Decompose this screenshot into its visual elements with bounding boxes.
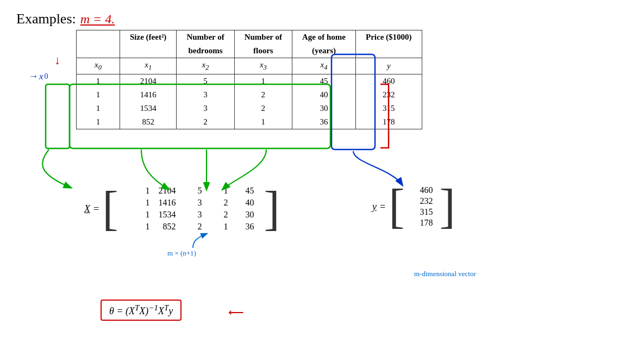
vec-right-bracket: ] xyxy=(439,183,455,230)
cell-r4c2: 852 xyxy=(120,115,177,129)
vector-y-section: y = [ 460 232 315 178 ] xyxy=(372,182,455,231)
mx-r3c3: 3 xyxy=(178,209,204,220)
formula-text: θ = (XTX)−1XTy xyxy=(109,306,173,316)
cell-r2c1: 1 xyxy=(77,88,120,102)
vy-r4: 178 xyxy=(411,218,433,228)
formula-arrow: ⟵ xyxy=(228,306,244,319)
m-equals-label: m = 4. xyxy=(80,12,115,27)
matrix-grid: 1 2104 5 1 45 1 1416 3 2 40 1 1534 3 2 3… xyxy=(121,182,260,235)
col-x2-header2: bedrooms xyxy=(177,44,234,58)
mx-r3c2: 1534 xyxy=(152,209,178,220)
table-header-row-bottom: bedrooms floors (years) xyxy=(77,44,422,58)
col-x4-header2: (years) xyxy=(292,44,356,58)
mx-r3c4: 2 xyxy=(204,209,230,220)
mx-r4c1: 1 xyxy=(126,221,152,232)
page-title: Examples: m = 4. xyxy=(16,11,628,27)
cell-r2c2: 1416 xyxy=(120,88,177,102)
mx-r1c4: 1 xyxy=(204,185,230,196)
col-x4-header: Age of home xyxy=(292,30,356,45)
mx-r2c2: 1416 xyxy=(152,197,178,208)
vector-y-grid: 460 232 315 178 xyxy=(408,182,436,231)
var-x0: x0 xyxy=(77,58,120,74)
table-row: 1 1534 3 2 30 315 xyxy=(77,102,422,115)
mx-r4c5: 36 xyxy=(230,221,256,232)
mx-r4c3: 2 xyxy=(178,221,204,232)
col-x3-header2: floors xyxy=(234,44,292,58)
var-x2: x2 xyxy=(177,58,234,74)
col-x0-header xyxy=(77,30,120,45)
mx-r3c5: 30 xyxy=(230,209,256,220)
annotation-mdim: m-dimensional vector xyxy=(414,270,476,278)
mx-r2c1: 1 xyxy=(126,197,152,208)
table-row: 1 852 2 1 36 178 xyxy=(77,115,422,129)
annotation-mxn: m × (n+1) xyxy=(167,249,196,258)
formula-box: θ = (XTX)−1XTy xyxy=(101,300,182,321)
var-y: y xyxy=(355,58,422,74)
vec-left-bracket: [ xyxy=(389,183,404,230)
cell-r1c6: 460 xyxy=(355,74,422,89)
data-table: Size (feet²) Number of Number of Age of … xyxy=(76,30,422,129)
mx-r4c2: 852 xyxy=(152,221,178,232)
mx-r2c5: 40 xyxy=(230,197,256,208)
matrix-left-bracket: [ xyxy=(102,185,118,233)
mx-r1c2: 2104 xyxy=(152,185,178,196)
page-container: Examples: m = 4. ↓ → x0 Size (feet²) Num… xyxy=(0,0,644,349)
col-x1-header2 xyxy=(120,44,177,58)
cell-r3c3: 3 xyxy=(177,102,234,115)
vy-r2: 232 xyxy=(411,196,433,206)
cell-r1c4: 1 xyxy=(234,74,292,89)
col-y-header2 xyxy=(355,44,422,58)
matrix-X-label: X xyxy=(84,203,90,215)
cell-r2c4: 2 xyxy=(234,88,292,102)
col-x2-header: Number of xyxy=(177,30,234,45)
mx-r1c5: 45 xyxy=(230,185,256,196)
table-header-row-top: Size (feet²) Number of Number of Age of … xyxy=(77,30,422,45)
cell-r1c5: 45 xyxy=(292,74,356,89)
col-y-header: Price ($1000) xyxy=(355,30,422,45)
table-var-row: x0 x1 x2 x3 x4 y xyxy=(77,58,422,74)
mx-r4c4: 1 xyxy=(204,221,230,232)
mx-r3c1: 1 xyxy=(126,209,152,220)
var-x4: x4 xyxy=(292,58,356,74)
matrix-X-section: X = [ 1 2104 5 1 45 1 1416 3 2 40 1 1534… xyxy=(84,182,280,235)
matrix-right-bracket: ] xyxy=(264,185,279,233)
cell-r4c6: 178 xyxy=(355,115,422,129)
cell-r4c1: 1 xyxy=(77,115,120,129)
col-x0-header2 xyxy=(77,44,120,58)
cell-r2c5: 40 xyxy=(292,88,356,102)
cell-r4c3: 2 xyxy=(177,115,234,129)
mx-r2c4: 2 xyxy=(204,197,230,208)
var-x1: x1 xyxy=(120,58,177,74)
cell-r1c1: 1 xyxy=(77,74,120,89)
col-x3-header: Number of xyxy=(234,30,292,45)
col-x1-header: Size (feet²) xyxy=(120,30,177,45)
examples-label: Examples: xyxy=(16,11,76,27)
cell-r3c1: 1 xyxy=(77,102,120,115)
cell-r4c5: 36 xyxy=(292,115,356,129)
cell-r3c5: 30 xyxy=(292,102,356,115)
cell-r3c4: 2 xyxy=(234,102,292,115)
equals-sign-y: = xyxy=(380,201,385,213)
vy-r1: 460 xyxy=(411,185,433,195)
cell-r1c2: 2104 xyxy=(120,74,177,89)
mx-r1c3: 5 xyxy=(178,185,204,196)
mx-r1c1: 1 xyxy=(126,185,152,196)
cell-r3c6: 315 xyxy=(355,102,422,115)
cell-r4c4: 1 xyxy=(234,115,292,129)
cell-r2c3: 3 xyxy=(177,88,234,102)
table-row: 1 1416 3 2 40 232 xyxy=(77,88,422,102)
cell-r2c6: 232 xyxy=(355,88,422,102)
equals-sign-X: = xyxy=(93,203,99,215)
var-x3: x3 xyxy=(234,58,292,74)
cell-r1c3: 5 xyxy=(177,74,234,89)
mx-r2c3: 3 xyxy=(178,197,204,208)
vy-r3: 315 xyxy=(411,207,433,217)
table-area: Size (feet²) Number of Number of Age of … xyxy=(43,30,633,129)
vector-y-label: y xyxy=(372,201,377,213)
cell-r3c2: 1534 xyxy=(120,102,177,115)
table-row: 1 2104 5 1 45 460 xyxy=(77,74,422,89)
